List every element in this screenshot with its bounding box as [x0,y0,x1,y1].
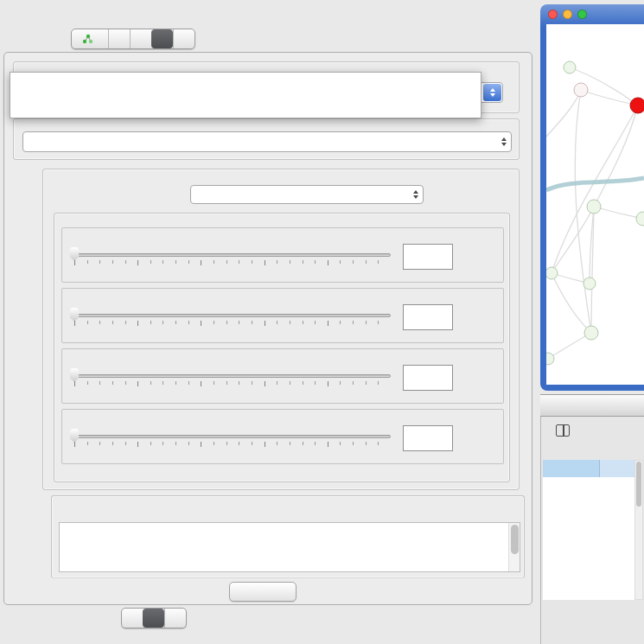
cyni-toolbox-panel [3,52,532,605]
combobox-arrows-icon[interactable] [483,84,501,101]
window-controls [548,10,587,19]
network-node[interactable] [583,277,596,290]
tab-infer-network[interactable] [164,609,186,628]
network-edge[interactable] [546,90,581,137]
slider-tick-labels [74,267,391,277]
control-panel-titlebar [0,0,536,22]
tab-cyni-toolbox[interactable] [151,29,173,48]
scrollbar-thumb[interactable] [636,462,641,507]
slider-major-ticks [74,442,391,447]
slider-major-ticks [74,381,391,386]
network-edge[interactable] [548,333,591,359]
threshold-1-slider[interactable] [74,245,391,280]
threshold-4-value-field[interactable] [403,425,453,451]
table-scrollbar[interactable] [634,460,643,600]
apply-button[interactable] [229,582,296,602]
threshold-4-slider[interactable] [74,427,391,462]
slider-thumb[interactable] [69,429,80,443]
tab-network[interactable] [72,29,108,48]
combobox-arrows-icon[interactable] [409,186,423,203]
slider-thumb[interactable] [69,247,80,261]
slider-thumb[interactable] [69,308,80,322]
network-icon [82,34,93,44]
interval-definition-group [42,169,520,490]
column-header-shared-name[interactable] [543,460,600,477]
columns-icon[interactable] [556,424,570,437]
slider-track[interactable] [74,374,391,378]
network-edge[interactable] [552,207,594,273]
table-data-group [13,118,520,160]
dropdown-prompt [10,73,481,88]
dropdown-option-equal-width-frequency[interactable] [10,103,481,118]
slider-tick-labels [74,328,391,338]
tab-select[interactable] [130,29,151,48]
threshold-2-value-field[interactable] [403,304,453,330]
control-panel-tab-bar [71,29,195,49]
network-edge[interactable] [594,105,638,207]
slider-tick-labels [74,449,391,459]
combobox-arrows-icon[interactable] [497,132,511,151]
table-header-row [543,460,635,477]
column-header-name[interactable] [600,460,635,477]
network-node[interactable] [636,212,644,226]
network-nodes [546,61,644,365]
number-of-intervals-combobox[interactable] [190,185,424,204]
network-edge[interactable] [594,207,643,219]
table-panel-titlebar [540,394,644,417]
tab-style[interactable] [108,29,130,48]
threshold-coordinates-group [54,213,510,482]
minimize-traffic-icon[interactable] [563,10,572,19]
table-panel [540,417,644,644]
network-edge[interactable] [581,90,638,105]
scrollbar-thumb[interactable] [511,525,519,554]
numerical-attributes-list[interactable] [59,522,520,572]
slider-major-ticks [74,321,391,326]
table-toolbar [547,419,578,442]
attributes-to-discretize-group [51,495,525,578]
slider-major-ticks [74,260,391,265]
tab-discretize-data[interactable] [143,609,164,628]
algorithm-dropdown-popup [10,72,481,118]
node-table [543,460,635,600]
threshold-1-value-field[interactable] [403,244,453,270]
threshold-3-value-field[interactable] [403,365,453,391]
slider-track[interactable] [74,435,391,438]
slider-thumb[interactable] [69,368,80,382]
network-view-window [540,4,644,391]
slider-track[interactable] [74,253,391,257]
threshold-2-group [61,288,504,343]
network-node[interactable] [564,61,576,73]
threshold-4-group [61,409,504,464]
dropdown-option-manual-discretization[interactable] [10,88,481,103]
tab-jactivemnodules[interactable] [173,29,194,48]
bottom-tab-bar [121,608,187,628]
network-node-hap2[interactable] [584,326,598,340]
network-edge[interactable] [552,105,638,273]
threshold-3-slider[interactable] [74,367,391,401]
zoom-traffic-icon[interactable] [577,10,587,19]
list-scrollbar[interactable] [508,523,520,571]
network-node[interactable] [546,353,554,365]
close-traffic-icon[interactable] [548,10,558,19]
network-node-gal4[interactable] [587,200,601,214]
threshold-1-group [61,227,504,283]
threshold-3-group [61,348,504,404]
slider-track[interactable] [74,314,391,317]
slider-tick-labels [74,388,391,399]
threshold-2-slider[interactable] [74,306,391,341]
network-canvas[interactable] [546,24,644,385]
tab-impute-data[interactable] [122,609,143,628]
network-node-gal80[interactable] [574,83,588,97]
table-data-combobox[interactable] [22,131,512,152]
network-node-gcy1[interactable] [546,267,558,279]
network-edge-thick[interactable] [546,178,644,190]
network-node-selected[interactable] [630,98,644,113]
